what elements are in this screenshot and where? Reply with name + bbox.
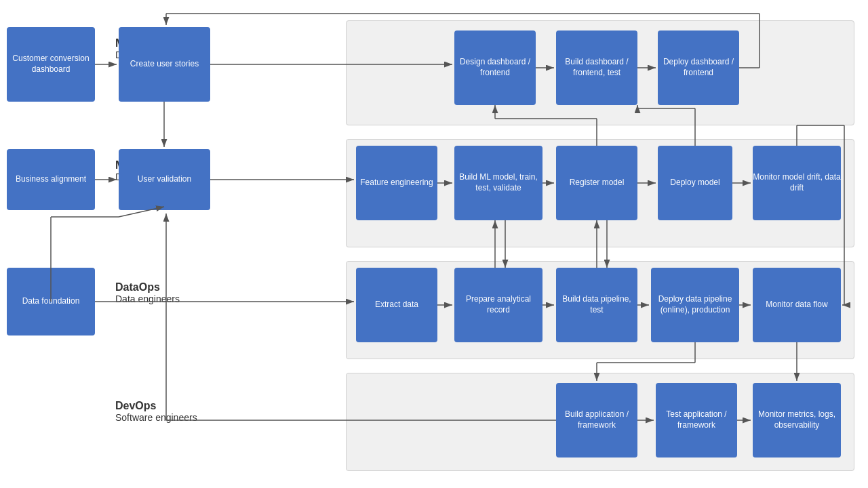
user-validation-box: User validation bbox=[119, 149, 210, 210]
deploy-model-box: Deploy model bbox=[658, 146, 732, 220]
create-user-stories-box: Create user stories bbox=[119, 27, 210, 102]
build-data-pipeline-box: Build data pipeline, test bbox=[556, 268, 637, 342]
extract-data-box: Extract data bbox=[356, 268, 437, 342]
register-model-box: Register model bbox=[556, 146, 637, 220]
data-foundation-box: Data foundation bbox=[7, 268, 95, 336]
monitor-data-flow-box: Monitor data flow bbox=[753, 268, 841, 342]
test-application-box: Test application / framework bbox=[656, 383, 737, 458]
deploy-data-pipeline-box: Deploy data pipeline (online), productio… bbox=[651, 268, 739, 342]
feature-engineering-box: Feature engineering bbox=[356, 146, 437, 220]
build-application-box: Build application / framework bbox=[556, 383, 637, 458]
deploy-dashboard-box: Deploy dashboard / frontend bbox=[658, 30, 739, 105]
monitor-model-box: Monitor model drift, data drift bbox=[753, 146, 841, 220]
diagram: ModelOps Data analysts MLOps Data scient… bbox=[0, 0, 868, 488]
devops-label: DevOps Software engineers bbox=[115, 400, 197, 423]
dataops-label: DataOps Data engineers bbox=[115, 281, 180, 304]
customer-conversion-box: Customer conversion dashboard bbox=[7, 27, 95, 102]
business-alignment-box: Business alignment bbox=[7, 149, 95, 210]
build-ml-box: Build ML model, train, test, validate bbox=[454, 146, 542, 220]
build-dashboard-box: Build dashboard / frontend, test bbox=[556, 30, 637, 105]
design-dashboard-box: Design dashboard / frontend bbox=[454, 30, 536, 105]
prepare-analytical-box: Prepare analytical record bbox=[454, 268, 542, 342]
monitor-metrics-box: Monitor metrics, logs, observability bbox=[753, 383, 841, 458]
